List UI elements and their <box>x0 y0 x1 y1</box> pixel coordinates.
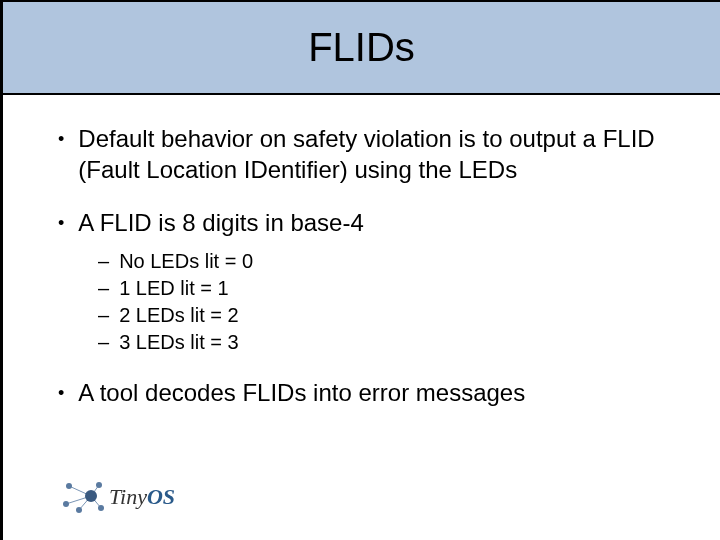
sub-bullet-text: 2 LEDs lit = 2 <box>119 303 239 328</box>
sub-bullet-item: – 1 LED lit = 1 <box>98 276 670 301</box>
svg-point-6 <box>63 501 69 507</box>
bullet-item: • A FLID is 8 digits in base-4 <box>58 207 670 238</box>
svg-point-10 <box>85 490 97 502</box>
sub-bullet-group: – No LEDs lit = 0 – 1 LED lit = 1 – 2 LE… <box>58 249 670 355</box>
svg-point-5 <box>66 483 72 489</box>
dash-icon: – <box>98 330 109 355</box>
logo-text: TinyOS <box>109 484 175 510</box>
bullet-text: A FLID is 8 digits in base-4 <box>78 207 363 238</box>
svg-point-9 <box>98 505 104 511</box>
sub-bullet-text: 1 LED lit = 1 <box>119 276 229 301</box>
logo-os: OS <box>147 484 175 509</box>
svg-point-8 <box>96 482 102 488</box>
title-band: FLIDs <box>3 0 720 95</box>
sub-bullet-item: – 2 LEDs lit = 2 <box>98 303 670 328</box>
tinyos-logo: TinyOS <box>61 480 175 514</box>
bullet-text: A tool decodes FLIDs into error messages <box>78 377 525 408</box>
sub-bullet-text: 3 LEDs lit = 3 <box>119 330 239 355</box>
slide: FLIDs • Default behavior on safety viola… <box>0 0 720 540</box>
content-area: • Default behavior on safety violation i… <box>3 95 720 408</box>
bullet-item: • Default behavior on safety violation i… <box>58 123 670 185</box>
logo-tiny: Tiny <box>109 484 147 509</box>
sub-bullet-item: – 3 LEDs lit = 3 <box>98 330 670 355</box>
bullet-item: • A tool decodes FLIDs into error messag… <box>58 377 670 408</box>
slide-title: FLIDs <box>308 25 415 70</box>
bullet-text: Default behavior on safety violation is … <box>78 123 670 185</box>
dash-icon: – <box>98 276 109 301</box>
logo-graphic-icon <box>61 480 105 514</box>
bullet-dot-icon: • <box>58 128 64 151</box>
dash-icon: – <box>98 303 109 328</box>
dash-icon: – <box>98 249 109 274</box>
bullet-dot-icon: • <box>58 382 64 405</box>
sub-bullet-item: – No LEDs lit = 0 <box>98 249 670 274</box>
svg-point-7 <box>76 507 82 513</box>
bullet-dot-icon: • <box>58 212 64 235</box>
sub-bullet-text: No LEDs lit = 0 <box>119 249 253 274</box>
